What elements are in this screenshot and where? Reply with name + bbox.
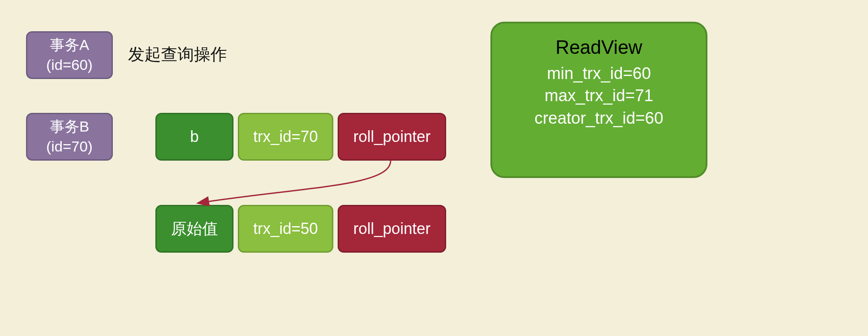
transaction-b-box: 事务B (id=70) [26,113,113,161]
transaction-b-name: 事务B [50,117,89,137]
current-row-trx: trx_id=70 [238,113,333,161]
transaction-a-name: 事务A [50,35,89,55]
old-row-rollptr: roll_pointer [338,205,446,253]
readview-max: max_trx_id=71 [545,85,653,107]
readview-creator: creator_trx_id=60 [535,107,664,129]
current-row-rollptr: roll_pointer [338,113,446,161]
readview-min: min_trx_id=60 [547,63,651,85]
readview-title: ReadView [556,36,642,58]
query-annotation: 发起查询操作 [128,43,227,66]
transaction-b-id: (id=70) [46,137,93,157]
current-row-value: b [155,113,233,161]
transaction-a-id: (id=60) [46,55,93,75]
old-row-value: 原始值 [155,205,233,253]
readview-panel: ReadView min_trx_id=60 max_trx_id=71 cre… [490,22,707,178]
transaction-a-box: 事务A (id=60) [26,31,113,79]
old-row-trx: trx_id=50 [238,205,333,253]
